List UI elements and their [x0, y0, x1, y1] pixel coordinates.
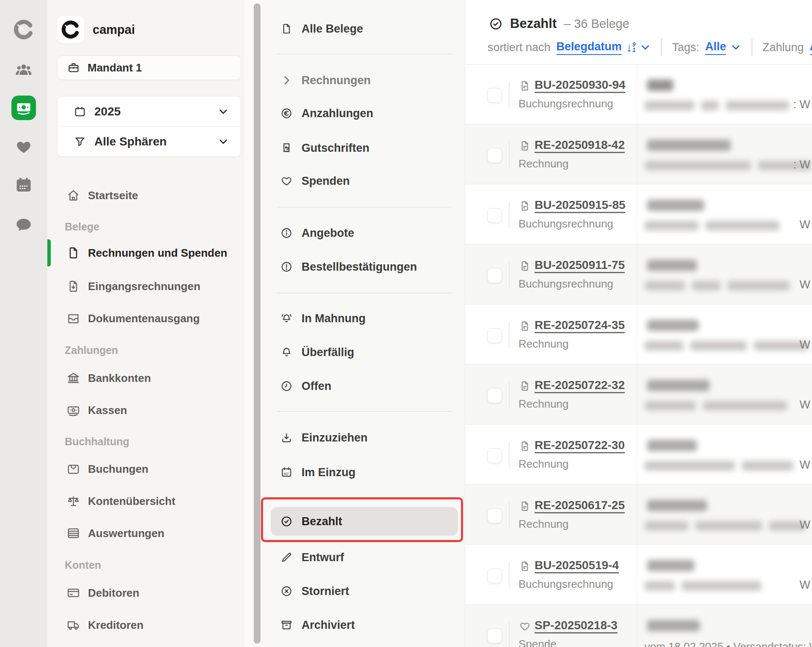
filter-item-im-einzug[interactable]: Im Einzug — [262, 459, 465, 486]
filter-item-spenden[interactable]: Spenden — [262, 167, 465, 195]
campai-logo-icon[interactable] — [13, 19, 34, 40]
document-id-link[interactable]: RE-20250918-42 — [535, 138, 625, 152]
filter-item-gutschriften[interactable]: Gutschriften — [262, 134, 465, 162]
redacted-name — [647, 80, 673, 91]
chevron-down-icon[interactable] — [730, 42, 741, 53]
row-checkbox[interactable] — [487, 628, 502, 643]
sidebar-item-label: Startseite — [88, 189, 138, 202]
document-id-link[interactable]: RE-20250722-30 — [535, 439, 625, 452]
document-row[interactable]: BU-20250915-85BuchungsrechnungW — [465, 184, 812, 244]
sidebar-item-kontenuebersicht[interactable]: Kontenübersicht — [47, 488, 244, 515]
sidebar-item-bankkonten[interactable]: Bankkonten — [47, 365, 244, 392]
row-checkbox[interactable] — [487, 148, 502, 163]
filter-item-entwurf[interactable]: Entwurf — [262, 544, 465, 571]
document-id-link[interactable]: BU-20250519-4 — [535, 559, 619, 572]
document-row[interactable]: BU-20250519-4BuchungsrechnungW — [465, 545, 812, 605]
document-id-link[interactable]: RE-20250617-25 — [535, 499, 625, 512]
document-row[interactable]: SP-20250218-3Spendevom 18.02.2025 • Vers… — [465, 605, 812, 647]
sidebar-item-startseite[interactable]: Startseite — [47, 182, 244, 209]
document-row[interactable]: BU-20250911-75BuchungsrechnungW — [465, 244, 812, 304]
document-icon — [519, 500, 531, 512]
row-checkbox[interactable] — [487, 268, 502, 283]
row-checkbox[interactable] — [487, 208, 502, 223]
redacted-text — [701, 101, 719, 110]
filter-item-storniert[interactable]: Storniert — [262, 578, 465, 605]
clipped-status-text: W — [800, 218, 810, 231]
document-row[interactable]: RE-20250722-30RechnungW — [465, 425, 812, 485]
clipped-status-text: : W — [793, 158, 811, 171]
row-checkbox[interactable] — [487, 568, 502, 583]
sidebar-item-debitoren[interactable]: Debitoren — [47, 579, 244, 606]
filter-item-angebote[interactable]: Angebote — [262, 219, 465, 247]
brand-name: campai — [93, 23, 135, 37]
document-id-link[interactable]: SP-20250218-3 — [535, 619, 617, 632]
row-divider — [509, 381, 510, 408]
document-row[interactable]: RE-20250918-42Rechnung: W — [465, 124, 812, 184]
sort-field-link[interactable]: Belegdatum — [557, 40, 622, 55]
redacted-name — [647, 140, 731, 151]
filter-item-rechnungen[interactable]: Rechnungen — [262, 67, 465, 94]
campai-logo-icon — [61, 20, 80, 39]
document-row[interactable]: RE-20250722-32RechnungW — [465, 365, 812, 425]
sidebar-item-eingangsrechnungen[interactable]: Eingangsrechnungen — [47, 273, 244, 300]
filter-item-archiviert[interactable]: Archiviert — [262, 611, 465, 639]
row-divider — [509, 201, 510, 228]
document-id-link[interactable]: BU-20250911-75 — [535, 258, 625, 272]
redacted-text — [703, 401, 787, 411]
document-type: Buchungsrechnung — [518, 578, 613, 591]
filter-item-alle-belege[interactable]: Alle Belege — [262, 15, 465, 42]
redacted-text — [645, 221, 699, 230]
document-filter-panel: Alle BelegeRechnungenAnzahlungenGutschri… — [262, 0, 465, 647]
filter-item-ueberfaellig[interactable]: Überfällig — [262, 339, 465, 366]
clipped-status-text: W — [800, 398, 810, 411]
members-nav-icon[interactable] — [14, 60, 33, 79]
app-window: campai Mandant 1 2025 Alle Sphären Start… — [0, 0, 812, 647]
filter-item-einzuziehen[interactable]: Einzuziehen — [262, 424, 465, 451]
filter-item-bestellbestaetigungen[interactable]: Bestellbestätigungen — [262, 253, 465, 280]
sphere-dropdown[interactable]: Alle Sphären — [58, 126, 241, 156]
year-dropdown[interactable]: 2025 — [58, 96, 241, 126]
document-row[interactable]: BU-20250930-94Buchungsrechnung: W — [465, 64, 812, 124]
document-id-link[interactable]: RE-20250722-32 — [535, 378, 625, 392]
messages-nav-icon[interactable] — [15, 216, 33, 234]
row-checkbox[interactable] — [487, 88, 502, 103]
filter-item-in-mahnung[interactable]: In Mahnung — [262, 305, 465, 332]
row-divider — [509, 261, 510, 288]
events-nav-icon[interactable] — [15, 176, 33, 194]
sidebar-scrollbar[interactable] — [254, 3, 261, 644]
sidebar-item-kreditoren[interactable]: Kreditoren — [47, 611, 244, 639]
tags-filter-link[interactable]: Alle — [705, 40, 726, 55]
sidebar-item-buchungen[interactable]: Buchungen — [47, 455, 244, 483]
filter-item-label: Bezahlt — [302, 515, 342, 528]
document-row[interactable]: RE-20250724-35RechnungW — [465, 304, 812, 365]
row-checkbox[interactable] — [487, 328, 502, 343]
filter-item-label: Storniert — [302, 585, 349, 598]
clock-icon — [280, 380, 293, 392]
tenant-selector[interactable]: Mandant 1 — [57, 55, 241, 80]
sidebar-item-dokumentenausgang[interactable]: Dokumentenausgang — [47, 305, 244, 332]
payment-filter-link[interactable]: A — [810, 40, 812, 55]
row-divider — [509, 622, 510, 647]
filter-item-bezahlt[interactable]: Bezahlt — [262, 508, 465, 535]
document-row[interactable]: RE-20250617-25RechnungW — [465, 485, 812, 545]
calendar-icon — [74, 105, 86, 118]
row-divider — [509, 441, 510, 468]
chevron-down-icon[interactable] — [640, 42, 651, 53]
filter-item-anzahlungen[interactable]: Anzahlungen — [262, 100, 465, 127]
redacted-name — [647, 380, 710, 391]
row-checkbox[interactable] — [487, 388, 502, 403]
fundraising-nav-icon[interactable] — [15, 138, 32, 155]
sidebar-item-auswertungen[interactable]: Auswertungen — [47, 520, 244, 547]
document-icon — [519, 140, 531, 152]
sidebar-item-rechnungen-und-spenden[interactable]: Rechnungen und Spenden — [47, 239, 244, 266]
row-checkbox[interactable] — [487, 508, 502, 523]
document-id-link[interactable]: BU-20250930-94 — [535, 78, 625, 92]
document-id-link[interactable]: BU-20250915-85 — [535, 198, 625, 212]
sidebar-item-kassen[interactable]: Kassen — [47, 397, 244, 424]
document-id-link[interactable]: RE-20250724-35 — [535, 318, 625, 332]
filter-item-offen[interactable]: Offen — [262, 373, 465, 400]
sidebar-item-label: Kontenübersicht — [88, 495, 176, 508]
finance-nav-active[interactable] — [11, 96, 36, 120]
archive-icon — [280, 619, 293, 631]
row-checkbox[interactable] — [487, 448, 502, 463]
